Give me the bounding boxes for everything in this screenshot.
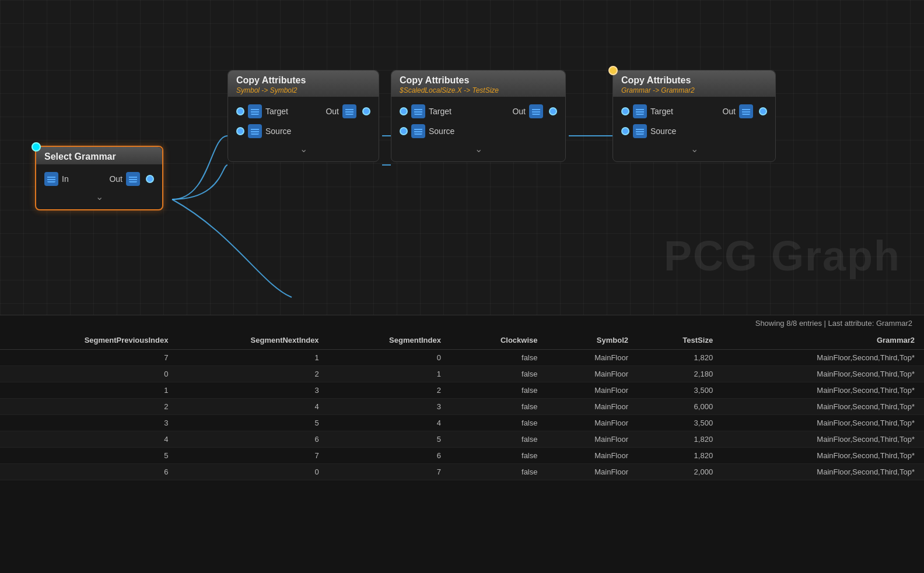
node-select-grammar-header: Select Grammar [36,147,162,164]
table-cell: 1,820 [638,431,722,448]
table-cell: 3 [0,415,177,431]
copy1-source-port: Source [236,124,291,138]
copy1-source-icon [248,124,262,138]
copy1-expand-btn[interactable]: ⌄ [228,141,379,157]
table-cell: 7 [328,464,450,480]
node-inout-row: In Out [36,169,162,189]
copy2-source-connector[interactable] [400,127,408,135]
table-cell: 0 [177,464,328,480]
table-cell: MainFloor,Second,Third,Top* [722,350,924,366]
pcg-watermark: PCG Graph [664,232,901,280]
node-copy3-subtitle: Grammar -> Grammar2 [621,86,767,94]
node-copy2-header: Copy Attributes $ScaledLocalSize.X -> Te… [391,71,565,97]
copy3-target-port: Target [621,104,673,118]
copy1-target-label: Target [265,107,288,116]
copy2-out-port: Out [512,104,557,118]
copy3-target-label: Target [650,107,673,116]
out-port-icon [126,172,140,186]
out-port-label: Out [109,174,123,184]
table-cell: MainFloor [547,366,638,382]
node-select-grammar[interactable]: Select Grammar In Out ⌄ [35,146,163,210]
copy3-out-connector[interactable] [759,107,767,115]
graph-canvas[interactable]: Select Grammar In Out ⌄ Copy Attributes … [0,0,924,315]
copy1-target-connector[interactable] [236,107,244,115]
table-cell: false [450,350,547,366]
table-cell: false [450,382,547,399]
col-header-testsize: TestSize [638,331,722,350]
copy1-target-port: Target [236,104,288,118]
copy2-out-connector[interactable] [549,107,557,115]
table-cell: MainFloor,Second,Third,Top* [722,448,924,464]
col-header-segment-prev: SegmentPreviousIndex [0,331,177,350]
table-cell: MainFloor [547,350,638,366]
node-copy2-body: Target Out Source ⌄ [391,97,565,161]
copy3-source-connector[interactable] [621,127,629,135]
table-cell: MainFloor,Second,Third,Top* [722,382,924,399]
node-copy1-title: Copy Attributes [236,75,370,86]
copy1-source-connector[interactable] [236,127,244,135]
node-copy-attributes-2[interactable]: Copy Attributes $ScaledLocalSize.X -> Te… [391,70,566,162]
copy3-source-port: Source [621,124,676,138]
copy3-expand-btn[interactable]: ⌄ [613,141,775,157]
table-row: 607falseMainFloor2,000MainFloor,Second,T… [0,464,924,480]
data-table: SegmentPreviousIndex SegmentNextIndex Se… [0,331,924,480]
table-body: 710falseMainFloor1,820MainFloor,Second,T… [0,350,924,480]
node-select-grammar-body: In Out ⌄ [36,164,162,209]
table-row: 354falseMainFloor3,500MainFloor,Second,T… [0,415,924,431]
table-cell: MainFloor,Second,Third,Top* [722,415,924,431]
copy3-target-row: Target Out [613,101,775,121]
table-cell: 4 [328,415,450,431]
out-connector-dot[interactable] [146,175,154,183]
copy2-expand-btn[interactable]: ⌄ [391,141,565,157]
table-cell: false [450,464,547,480]
table-cell: 3,500 [638,415,722,431]
copy2-source-port: Source [400,124,454,138]
node-copy-attributes-1[interactable]: Copy Attributes Symbol -> Symbol2 Target… [228,70,379,162]
copy1-out-connector[interactable] [362,107,370,115]
copy2-target-label: Target [429,107,452,116]
copy2-out-label: Out [512,107,526,116]
in-port-label: In [62,174,69,184]
table-cell: false [450,399,547,415]
table-cell: 2,000 [638,464,722,480]
node-copy3-title: Copy Attributes [621,75,767,86]
copy1-out-port: Out [326,104,370,118]
copy1-out-label: Out [326,107,339,116]
table-cell: 4 [0,431,177,448]
copy2-target-connector[interactable] [400,107,408,115]
table-cell: 2,180 [638,366,722,382]
expand-btn[interactable]: ⌄ [36,189,162,205]
table-cell: 1 [0,382,177,399]
copy1-source-row: Source [228,121,379,141]
table-cell: 7 [0,350,177,366]
copy1-target-row: Target Out [228,101,379,121]
table-cell: MainFloor,Second,Third,Top* [722,464,924,480]
table-cell: 0 [328,350,450,366]
table-cell: false [450,431,547,448]
node-copy1-subtitle: Symbol -> Symbol2 [236,86,370,94]
table-cell: MainFloor [547,415,638,431]
table-cell: 1,820 [638,350,722,366]
table-header-row: SegmentPreviousIndex SegmentNextIndex Se… [0,331,924,350]
node-copy-attributes-3[interactable]: Copy Attributes Grammar -> Grammar2 Targ… [612,70,776,162]
table-row: 132falseMainFloor3,500MainFloor,Second,T… [0,382,924,399]
table-row: 465falseMainFloor1,820MainFloor,Second,T… [0,431,924,448]
copy3-target-icon [633,104,647,118]
copy3-target-connector[interactable] [621,107,629,115]
in-port-icon [44,172,58,186]
table-cell: 2 [0,399,177,415]
node-copy1-header: Copy Attributes Symbol -> Symbol2 [228,71,379,97]
table-cell: 6 [0,464,177,480]
table-row: 710falseMainFloor1,820MainFloor,Second,T… [0,350,924,366]
copy3-out-port: Out [722,104,767,118]
table-cell: 5 [177,415,328,431]
copy3-source-label: Source [650,126,676,136]
table-cell: 2 [328,382,450,399]
table-cell: false [450,415,547,431]
table-cell: MainFloor [547,431,638,448]
table-cell: 5 [0,448,177,464]
node-copy1-body: Target Out Source ⌄ [228,97,379,161]
node-copy2-title: Copy Attributes [400,75,557,86]
copy2-source-icon [411,124,425,138]
col-header-symbol2: Symbol2 [547,331,638,350]
